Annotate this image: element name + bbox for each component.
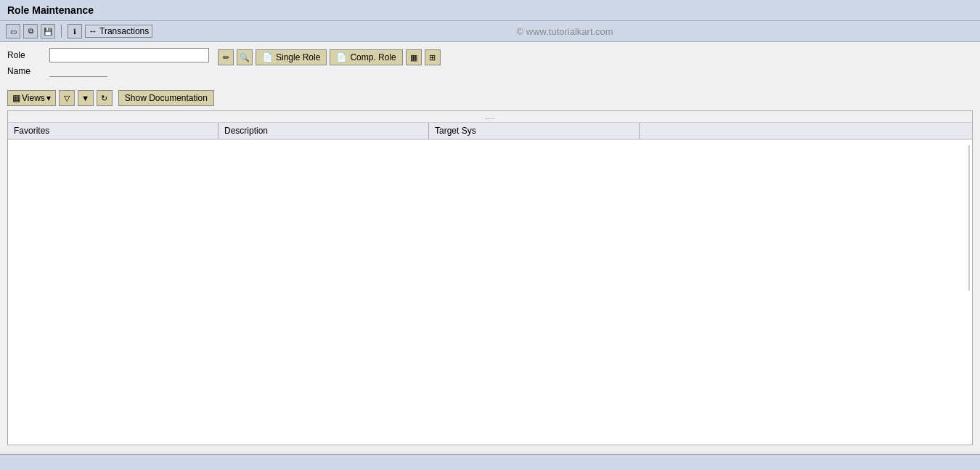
watermark-text: © www.tutorialkart.com (517, 26, 613, 37)
refresh-button[interactable]: ↻ (97, 90, 113, 106)
role-field-line: Role (7, 48, 209, 62)
name-label: Name (7, 66, 44, 76)
comp-role-label: Comp. Role (350, 52, 396, 62)
vertical-line (968, 145, 970, 291)
role-input[interactable] (49, 48, 209, 62)
info-icon[interactable]: ℹ (68, 24, 82, 39)
comp-role-button[interactable]: 📄 Comp. Role (330, 49, 402, 65)
fields-section: Role Name (7, 48, 209, 77)
role-actions: ✏ 🔍 📄 Single Role 📄 Comp. Role ▦ ⊞ (218, 49, 441, 65)
page-title: Role Maintenance (7, 4, 94, 16)
transactions-label: Transactions (99, 26, 149, 36)
name-field-line: Name (7, 65, 209, 77)
views-icon: ▦ (12, 93, 20, 103)
second-toolbar: ▦ Views ▾ ▽ ▼ ↻ Show Documentation (7, 89, 973, 108)
comp-role-doc-icon: 📄 (336, 52, 347, 62)
show-documentation-button[interactable]: Show Documentation (118, 90, 214, 106)
toolbar-sep1 (61, 25, 62, 38)
col-target-sys: Target Sys (429, 123, 640, 139)
views-dropdown-icon: ▾ (46, 93, 51, 103)
main-content: Role Name ✏ 🔍 📄 Single Role 📄 Comp. Role… (0, 42, 980, 451)
show-documentation-label: Show Documentation (125, 93, 208, 103)
copy-icon[interactable]: ⧉ (23, 24, 38, 39)
filter-button1[interactable]: ▽ (59, 90, 75, 106)
edit-button[interactable]: ✏ (218, 49, 234, 65)
save-icon[interactable]: 💾 (41, 24, 55, 39)
table-header: Favorites Description Target Sys (8, 123, 972, 139)
grid2-icon-button[interactable]: ⊞ (425, 49, 441, 65)
transactions-button[interactable]: ↔ Transactions (85, 25, 152, 38)
col-favorites: Favorites (8, 123, 219, 139)
table-body (8, 139, 972, 445)
views-label: Views (22, 93, 45, 103)
views-button[interactable]: ▦ Views ▾ (7, 90, 56, 106)
single-role-doc-icon: 📄 (262, 52, 273, 62)
single-role-label: Single Role (276, 52, 320, 62)
col-extra (640, 123, 972, 139)
toolbar-row: ▭ ⧉ 💾 ℹ ↔ Transactions © www.tutorialkar… (0, 21, 980, 42)
name-value (49, 65, 107, 77)
filter-button2[interactable]: ▼ (78, 90, 94, 106)
table-container: ..... Favorites Description Target Sys (7, 110, 973, 445)
single-role-button[interactable]: 📄 Single Role (256, 49, 327, 65)
search-button[interactable]: 🔍 (237, 49, 253, 65)
role-label: Role (7, 50, 44, 60)
transactions-icon: ↔ (89, 26, 97, 36)
col-description: Description (219, 123, 429, 139)
new-icon[interactable]: ▭ (6, 24, 20, 39)
grid-icon-button[interactable]: ▦ (406, 49, 422, 65)
bottom-bar (0, 454, 980, 470)
table-dots: ..... (8, 111, 972, 123)
title-bar: Role Maintenance (0, 0, 980, 21)
